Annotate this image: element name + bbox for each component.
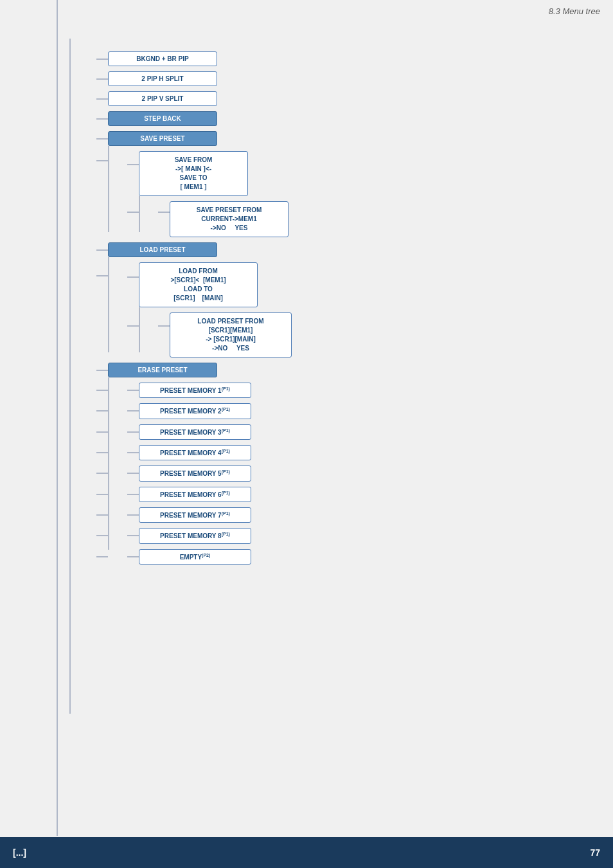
save-preset-from-inner: SAVE PRESET FROMCURRENT->MEM1->NO YES [158, 201, 289, 237]
section-load-preset: LOAD PRESET LOAD FROM>[SCR1]< [MEM1]LOAD… [96, 242, 514, 357]
node-preset-memory-2: PRESET MEMORY 2(P1) [139, 403, 251, 419]
node-bkgnd-br-pip: BKGND + BR PIP [108, 51, 217, 66]
node-preset-memory-5: PRESET MEMORY 5(P1) [139, 466, 251, 481]
diagram-container: BKGND + BR PIP 2 PIP H SPLIT 2 PIP V SPL… [96, 51, 514, 570]
row-empty: EMPTY(P2) [96, 549, 514, 565]
row-save-from: SAVE FROM->[ MAIN ]<-SAVE TO[ MEM1 ] SAV… [96, 151, 514, 237]
row-save-preset: SAVE PRESET [96, 131, 514, 146]
row-preset-mem2: PRESET MEMORY 2(P1) [96, 403, 514, 419]
row-load-preset: LOAD PRESET [96, 242, 514, 257]
left-border-inner [69, 39, 71, 714]
section-save-preset: SAVE PRESET SAVE FROM->[ MAIN ]<-SAVE TO… [96, 131, 514, 237]
node-preset-memory-1: PRESET MEMORY 1(PRESET MEMORY 1(P1)P1) [139, 383, 251, 398]
node-save-preset: SAVE PRESET [108, 131, 217, 146]
left-border-outer [57, 0, 58, 836]
node-load-from: LOAD FROM>[SCR1]< [MEM1]LOAD TO[SCR1] [M… [139, 262, 258, 307]
row-preset-mem5: PRESET MEMORY 5(P1) [96, 466, 514, 481]
footer-bar: [...] 77 [0, 837, 613, 868]
row-bkgnd: BKGND + BR PIP [96, 51, 514, 66]
load-preset-from-container: LOAD PRESET FROM[SCR1][MEM1]-> [SCR1][MA… [127, 312, 292, 357]
row-erase-preset: ERASE PRESET [96, 363, 514, 377]
section-erase-preset: ERASE PRESET PRESET MEMORY 1(PRESET MEMO… [96, 363, 514, 565]
row-preset-mem1: PRESET MEMORY 1(PRESET MEMORY 1(P1)P1) [96, 383, 514, 398]
erase-preset-children: PRESET MEMORY 1(PRESET MEMORY 1(P1)P1) P… [96, 383, 514, 565]
row-preset-mem8: PRESET MEMORY 8(P1) [96, 528, 514, 543]
node-preset-memory-7: PRESET MEMORY 7(P1) [139, 507, 251, 523]
node-erase-preset: ERASE PRESET [108, 363, 217, 377]
save-from-container: SAVE FROM->[ MAIN ]<-SAVE TO[ MEM1 ] SAV… [127, 151, 289, 237]
node-preset-memory-6: PRESET MEMORY 6(P1) [139, 487, 251, 502]
row-save-preset-from: SAVE PRESET FROMCURRENT->MEM1->NO YES [127, 201, 289, 237]
node-save-from: SAVE FROM->[ MAIN ]<-SAVE TO[ MEM1 ] [139, 151, 248, 196]
footer-page: 77 [590, 847, 600, 858]
node-load-preset-from: LOAD PRESET FROM[SCR1][MEM1]-> [SCR1][MA… [170, 312, 292, 357]
load-preset-from-inner: LOAD PRESET FROM[SCR1][MEM1]-> [SCR1][MA… [158, 312, 292, 357]
save-from-row-inner: SAVE FROM->[ MAIN ]<-SAVE TO[ MEM1 ] [127, 151, 289, 196]
row-load-from: LOAD FROM>[SCR1]< [MEM1]LOAD TO[SCR1] [M… [96, 262, 514, 357]
save-preset-children: SAVE FROM->[ MAIN ]<-SAVE TO[ MEM1 ] SAV… [96, 151, 514, 237]
node-2pip-h-split: 2 PIP H SPLIT [108, 71, 217, 86]
node-preset-memory-4: PRESET MEMORY 4(P1) [139, 445, 251, 460]
row-preset-mem3: PRESET MEMORY 3(P1) [96, 424, 514, 440]
row-preset-mem7: PRESET MEMORY 7(P1) [96, 507, 514, 523]
node-step-back: STEP BACK [108, 111, 217, 126]
footer-ellipsis: [...] [13, 847, 26, 858]
node-preset-memory-3: PRESET MEMORY 3(P1) [139, 424, 251, 440]
node-empty: EMPTY(P2) [139, 549, 251, 565]
row-preset-mem4: PRESET MEMORY 4(P1) [96, 445, 514, 460]
row-load-preset-from: LOAD PRESET FROM[SCR1][MEM1]-> [SCR1][MA… [127, 312, 292, 357]
row-2pip-h: 2 PIP H SPLIT [96, 71, 514, 86]
load-from-row-inner: LOAD FROM>[SCR1]< [MEM1]LOAD TO[SCR1] [M… [127, 262, 292, 307]
row-2pip-v: 2 PIP V SPLIT [96, 91, 514, 106]
node-2pip-v-split: 2 PIP V SPLIT [108, 91, 217, 106]
node-save-preset-from: SAVE PRESET FROMCURRENT->MEM1->NO YES [170, 201, 289, 237]
save-preset-from-container: SAVE PRESET FROMCURRENT->MEM1->NO YES [127, 201, 289, 237]
load-preset-children: LOAD FROM>[SCR1]< [MEM1]LOAD TO[SCR1] [M… [96, 262, 514, 357]
node-preset-memory-8: PRESET MEMORY 8(P1) [139, 528, 251, 543]
row-preset-mem6: PRESET MEMORY 6(P1) [96, 487, 514, 502]
header-text: 8.3 Menu tree [549, 6, 600, 16]
row-step-back: STEP BACK [96, 111, 514, 126]
page-header: 8.3 Menu tree [549, 6, 600, 16]
node-load-preset: LOAD PRESET [108, 242, 217, 257]
load-from-container: LOAD FROM>[SCR1]< [MEM1]LOAD TO[SCR1] [M… [127, 262, 292, 357]
